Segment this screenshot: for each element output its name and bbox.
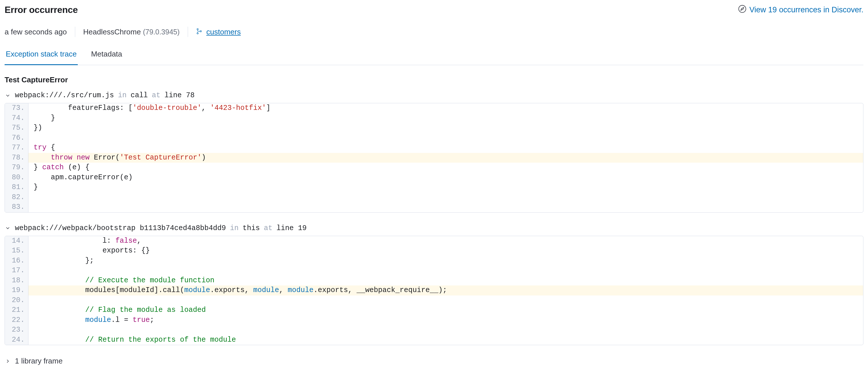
meta-divider — [188, 27, 188, 37]
code-line: 80. apm.captureError(e) — [5, 173, 863, 183]
code-content: } catch (e) { — [28, 163, 90, 173]
browser-version: (79.0.3945) — [143, 28, 180, 36]
stack-frame-header[interactable]: webpack:///./src/rum.js in call at line … — [5, 91, 863, 100]
line-number: 24. — [5, 335, 28, 345]
page-title: Error occurrence — [5, 5, 78, 15]
line-number: 21. — [5, 305, 28, 315]
svg-marker-1 — [741, 7, 744, 10]
browser-info: HeadlessChrome (79.0.3945) — [83, 28, 180, 36]
library-frame-toggle[interactable]: 1 library frame — [5, 357, 863, 365]
line-number: 79. — [5, 163, 28, 173]
frame-file: webpack:///./src/rum.js — [15, 91, 114, 100]
service-name: customers — [206, 28, 241, 36]
code-line: 20. — [5, 295, 863, 306]
code-line: 76. — [5, 133, 863, 143]
code-line: 81.} — [5, 183, 863, 193]
line-number: 83. — [5, 202, 28, 212]
code-content: } — [28, 183, 38, 193]
code-content: // Execute the module function — [28, 276, 214, 286]
code-content — [28, 295, 34, 306]
code-content: modules[moduleId].call(module.exports, m… — [28, 285, 447, 295]
line-number: 81. — [5, 183, 28, 193]
merge-icon — [196, 28, 203, 36]
library-frame-label: 1 library frame — [15, 357, 63, 365]
frame-function: call — [131, 91, 148, 100]
code-line: 19. modules[moduleId].call(module.export… — [5, 285, 863, 295]
svg-point-4 — [200, 30, 202, 32]
code-content: try { — [28, 143, 55, 153]
line-number: 15. — [5, 246, 28, 256]
code-content — [28, 202, 34, 212]
code-content — [28, 133, 34, 143]
tab-metadata[interactable]: Metadata — [90, 50, 123, 65]
line-number: 78. — [5, 153, 28, 163]
code-line: 15. exports: {} — [5, 246, 863, 256]
code-line: 78. throw new Error('Test CaptureError') — [5, 153, 863, 163]
stack-frame-header[interactable]: webpack:///webpack/bootstrap b1113b74ced… — [5, 224, 863, 232]
meta-row: a few seconds ago HeadlessChrome (79.0.3… — [5, 27, 863, 37]
line-number: 74. — [5, 113, 28, 123]
code-line: 14. l: false, — [5, 236, 863, 246]
code-line: 16. }; — [5, 256, 863, 266]
line-number: 22. — [5, 315, 28, 325]
code-line: 22. module.l = true; — [5, 315, 863, 325]
tab-exception-stack-trace[interactable]: Exception stack trace — [5, 50, 78, 65]
code-content: featureFlags: ['double-trouble', '4423-h… — [28, 103, 270, 113]
line-number: 16. — [5, 256, 28, 266]
code-line: 73. featureFlags: ['double-trouble', '44… — [5, 103, 863, 113]
code-line: 24. // Return the exports of the module — [5, 335, 863, 345]
line-number: 77. — [5, 143, 28, 153]
code-line: 82. — [5, 193, 863, 202]
chevron-right-icon — [5, 358, 11, 364]
code-content: exports: {} — [28, 246, 150, 256]
line-number: 76. — [5, 133, 28, 143]
line-number: 23. — [5, 325, 28, 335]
service-link[interactable]: customers — [196, 28, 241, 36]
code-content: l: false, — [28, 236, 141, 246]
code-content: } — [28, 113, 55, 123]
frame-function: this — [243, 224, 260, 232]
line-number: 80. — [5, 173, 28, 183]
code-line: 79.} catch (e) { — [5, 163, 863, 173]
line-number: 75. — [5, 123, 28, 133]
code-content: }; — [28, 256, 94, 266]
frame-in-word: in — [118, 91, 127, 100]
code-content — [28, 266, 34, 276]
line-number: 82. — [5, 193, 28, 202]
frame-line-word: line 19 — [276, 224, 307, 232]
code-content: throw new Error('Test CaptureError') — [28, 153, 206, 163]
meta-divider — [75, 27, 75, 37]
code-line: 77.try { — [5, 143, 863, 153]
line-number: 18. — [5, 276, 28, 286]
error-title: Test CaptureError — [5, 75, 863, 84]
code-line: 74. } — [5, 113, 863, 123]
code-line: 75.}) — [5, 123, 863, 133]
code-line: 21. // Flag the module as loaded — [5, 305, 863, 315]
svg-point-2 — [197, 28, 198, 30]
line-number: 20. — [5, 295, 28, 306]
code-line: 83. — [5, 202, 863, 212]
frame-at-word: at — [152, 91, 160, 100]
line-number: 17. — [5, 266, 28, 276]
compass-icon — [738, 5, 747, 15]
frame-in-word: in — [230, 224, 239, 232]
frame-file: webpack:///webpack/bootstrap b1113b74ced… — [15, 224, 226, 232]
line-number: 14. — [5, 236, 28, 246]
svg-point-3 — [197, 33, 198, 34]
code-content — [28, 325, 34, 335]
code-content: apm.captureError(e) — [28, 173, 133, 183]
browser-name: HeadlessChrome — [83, 28, 141, 36]
code-line: 23. — [5, 325, 863, 335]
code-content: module.l = true; — [28, 315, 154, 325]
code-content — [28, 193, 34, 202]
code-block: 14. l: false,15. exports: {}16. };17.18.… — [5, 236, 863, 345]
code-line: 18. // Execute the module function — [5, 276, 863, 286]
code-line: 17. — [5, 266, 863, 276]
code-block: 73. featureFlags: ['double-trouble', '44… — [5, 103, 863, 213]
code-content: }) — [28, 123, 42, 133]
timestamp-text: a few seconds ago — [5, 28, 67, 36]
discover-link[interactable]: View 19 occurrences in Discover. — [738, 5, 863, 15]
code-content: // Return the exports of the module — [28, 335, 236, 345]
chevron-down-icon — [5, 225, 11, 231]
tabs: Exception stack trace Metadata — [5, 50, 863, 65]
